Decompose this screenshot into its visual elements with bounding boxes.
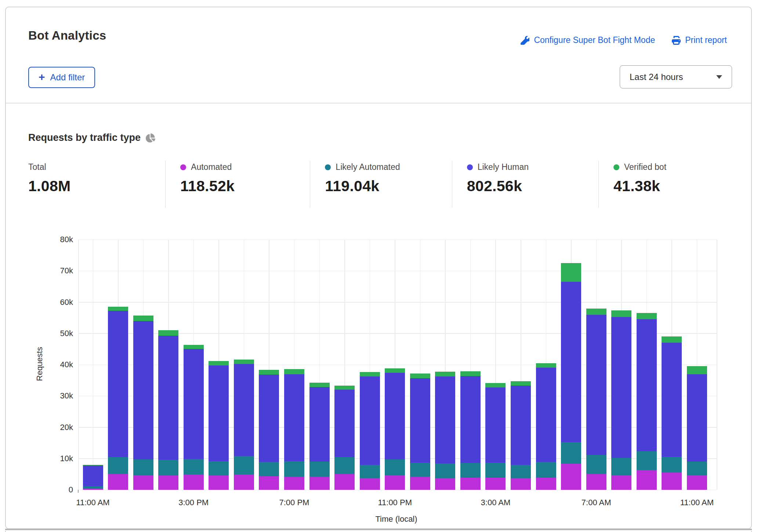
bar-segment-likely-automated	[259, 462, 279, 476]
bar-segment-likely-automated	[637, 451, 657, 470]
page-title: Bot Analytics	[28, 29, 106, 43]
bar-segment-likely-human	[385, 373, 405, 459]
bar-segment-verified-bot	[385, 368, 405, 373]
bar-segment-verified-bot	[536, 363, 556, 368]
bar-segment-likely-human	[133, 321, 153, 460]
bar-segment-likely-automated	[284, 461, 304, 477]
gridline-v	[93, 240, 94, 490]
x-tick-label: 7:00 AM	[567, 498, 626, 507]
bar-segment-automated	[561, 464, 581, 490]
legend-dot	[180, 164, 186, 170]
y-tick-label: 40k	[40, 360, 73, 369]
wrench-icon	[521, 36, 529, 45]
bar-segment-likely-human	[511, 386, 531, 465]
bar-segment-automated	[662, 473, 682, 490]
bar-segment-likely-automated	[108, 457, 128, 473]
bar-segment-likely-automated	[687, 462, 707, 475]
time-range-dropdown[interactable]: Last 24 hours	[620, 65, 732, 88]
bar-segment-verified-bot	[108, 307, 128, 310]
bar-segment-likely-automated	[209, 461, 229, 475]
bar-segment-automated	[334, 474, 355, 490]
bar-segment-automated	[536, 478, 556, 490]
bar-segment-verified-bot	[637, 313, 657, 319]
bar-segment-likely-automated	[586, 455, 606, 474]
gridline-h	[78, 240, 717, 240]
stat-verified-bot: Verified bot41.38k	[598, 161, 751, 208]
bar-segment-verified-bot	[133, 316, 153, 321]
x-tick-label: 11:00 PM	[366, 498, 424, 507]
bar-segment-likely-automated	[334, 457, 355, 473]
stat-total: Total1.08M	[28, 161, 165, 208]
bar-segment-verified-bot	[158, 330, 178, 335]
bar-segment-likely-human	[637, 319, 657, 452]
stat-label: Total	[28, 162, 46, 172]
bar-segment-automated	[385, 475, 405, 490]
x-tick-label: 3:00 AM	[466, 498, 525, 507]
bar-segment-automated	[108, 474, 128, 490]
y-tick-label: 10k	[40, 454, 73, 463]
bar-segment-likely-automated	[158, 460, 178, 475]
bar-segment-likely-human	[485, 387, 506, 463]
pie-chart-icon	[146, 133, 155, 143]
bar-segment-verified-bot	[284, 369, 304, 374]
y-axis-line	[78, 240, 79, 490]
bar-segment-automated	[611, 475, 631, 490]
stat-likely-human: Likely Human802.56k	[452, 161, 598, 208]
bar-segment-verified-bot	[234, 360, 254, 364]
bar-segment-likely-human	[334, 390, 355, 457]
add-filter-button[interactable]: + Add filter	[28, 67, 95, 88]
bar-segment-likely-human	[435, 376, 455, 463]
bar-segment-likely-automated	[360, 465, 380, 478]
bar-segment-verified-bot	[561, 263, 581, 282]
configure-super-bot-fight-mode-link[interactable]: Configure Super Bot Fight Mode	[521, 35, 655, 45]
bar-segment-verified-bot	[435, 372, 455, 376]
bar-segment-automated	[410, 477, 430, 490]
stat-value: 802.56k	[467, 178, 598, 195]
plus-icon: +	[39, 71, 45, 83]
bar-segment-likely-human	[309, 387, 330, 462]
bar-segment-verified-bot	[687, 366, 707, 374]
stat-value: 118.52k	[180, 178, 310, 195]
card-bottom-border	[5, 529, 752, 530]
bar-segment-likely-human	[360, 376, 380, 464]
bar-segment-automated	[158, 475, 178, 490]
bar-segment-likely-human	[284, 374, 304, 461]
bar-segment-automated	[184, 474, 204, 490]
x-tick-label: 11:00 AM	[64, 498, 122, 507]
bar-segment-automated	[234, 474, 254, 490]
bar-segment-likely-automated	[234, 456, 254, 474]
bar-segment-likely-automated	[385, 459, 405, 475]
print-link-label: Print report	[685, 35, 727, 45]
y-tick-label: 0	[40, 485, 73, 495]
bar-segment-verified-bot	[184, 345, 204, 349]
y-tick-label: 30k	[40, 391, 73, 401]
header-divider	[6, 103, 751, 103]
y-axis-title: Requests	[35, 344, 44, 384]
print-report-link[interactable]: Print report	[672, 35, 727, 45]
stat-value: 119.04k	[325, 178, 452, 195]
x-tick-label: 7:00 PM	[265, 498, 323, 507]
bar-segment-verified-bot	[259, 370, 279, 375]
stats-row: Total1.08MAutomated118.52kLikely Automat…	[28, 161, 751, 208]
bar-segment-likely-human	[561, 282, 581, 442]
bar-segment-automated	[485, 478, 506, 490]
x-axis-tick	[78, 490, 79, 493]
bar-segment-likely-human	[108, 311, 128, 458]
bar-segment-likely-human	[662, 343, 682, 457]
x-tick-label: 3:00 PM	[164, 498, 223, 507]
bar-segment-verified-bot	[83, 465, 103, 466]
bar-segment-likely-human	[158, 336, 178, 460]
y-tick-label: 80k	[40, 235, 73, 244]
bar-segment-likely-human	[259, 375, 279, 462]
stat-automated: Automated118.52k	[165, 161, 310, 208]
bar-segment-automated	[687, 475, 707, 490]
section-title: Requests by traffic type	[28, 132, 141, 143]
bar-segment-likely-automated	[511, 465, 531, 478]
bar-segment-automated	[259, 476, 279, 490]
bar-segment-automated	[309, 477, 330, 490]
add-filter-label: Add filter	[50, 72, 85, 83]
bar-segment-automated	[133, 475, 153, 490]
stat-label: Verified bot	[624, 162, 666, 172]
bar-segment-automated	[360, 478, 380, 490]
y-tick-label: 60k	[40, 298, 73, 307]
